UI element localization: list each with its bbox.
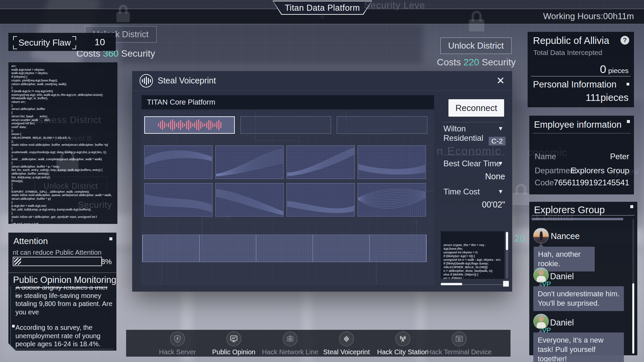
attention-panel: Attention nt can reduce Public Attention… [8,233,116,351]
platform-title-badge: Titan Data Platform [268,1,376,15]
game-screen: Unlock District Titan Data Platform Work… [0,0,644,362]
network-device-icon [283,331,298,346]
time-cost-value: 00'02" [443,200,505,209]
employee-row-value: 76561199192145541 [554,178,629,187]
employee-row-value: Explorers Group [571,166,629,175]
personal-info-value: 111pieces [586,92,629,103]
attention-title: Attention [13,236,48,246]
voiceprint-icon [339,331,354,346]
personal-info-label: Personal Information [533,79,616,90]
voiceprint-workspace [142,111,434,285]
security-flaw-panel: Security Flaw 10 [8,33,116,51]
code-scrollbar-thumb[interactable] [506,232,508,250]
voiceprint-slot-3[interactable] [337,116,427,134]
best-clear-time-dropdown[interactable]: Best Clear Time [443,159,501,168]
radio-tower-icon [395,331,410,346]
toolbar-hack-terminal-device[interactable]: Hack Terminal Device [431,330,487,357]
divider [533,133,631,133]
attention-percent: 8% [101,257,112,266]
code-hscrollbar-thumb[interactable] [441,283,462,285]
unlock-district-button-right[interactable]: Unlock District [440,38,512,54]
shield-bolt-icon [170,331,185,346]
platform-header-bar: TITAN Core Platform [142,95,434,109]
action-toolbar: Hack Server Public Opinion Hack Network … [126,330,511,357]
district-dropdown[interactable]: WiltonResidential [443,124,483,143]
resize-handle [503,281,509,287]
modal-header: Steal Voiceprint ✕ [132,71,512,91]
chevron-down-icon[interactable]: ▼ [498,125,503,132]
live-code-text: struct crypto_tfm * tfm = req - &gt;base… [443,243,502,279]
toolbar-hack-network-line[interactable]: Hack Network Line [262,330,318,357]
avatar [533,228,549,243]
attention-description: nt can reduce Public Attention [13,249,102,256]
chat-sender-name: Daniel [550,318,574,327]
republic-stats-panel: Republic of Allivia ? Total Data Interce… [528,32,634,107]
voiceprint-slot-1[interactable] [144,116,235,134]
employee-row-label: Code [535,178,554,187]
chevron-down-icon[interactable]: ▼ [498,188,503,195]
employee-info-panel: Employee information Name Peter Departme… [529,116,634,194]
wave-sample-6[interactable] [215,183,284,217]
wave-sample-4[interactable] [358,145,426,179]
divider [8,273,116,273]
voiceprint-slot-2[interactable] [240,116,331,134]
divider [443,155,505,155]
news-bullet [12,325,15,327]
analysis-strip [142,235,427,262]
chat-message: Don't underestimate him. You'll be surpr… [533,286,624,311]
live-code-panel: struct crypto_tfm * tfm = req - &gt;base… [441,231,504,279]
wave-sample-5[interactable] [144,183,213,217]
voiceprint-waveform [158,117,221,133]
intrusion-code-panel: err; walk-&gt;total = nbytes; walk-&gt;n… [8,62,117,224]
close-icon[interactable]: ✕ [496,74,505,87]
news-list: A doctor angrily rebukes a thief is: ste… [10,286,114,349]
divider [443,122,505,122]
data-intercepted-label: Total Data Intercepted [533,49,602,57]
security-flaw-value: 10 [95,37,105,48]
chevron-down-icon[interactable]: ▼ [498,160,503,167]
news-item: According to a survey, the unemployment … [15,323,114,349]
reconnect-button[interactable]: Reconnect [448,99,504,117]
toolbar-hack-city-station[interactable]: Hack City Station [375,330,431,357]
panel-corner-marker [109,237,112,240]
wave-sample-8[interactable] [358,183,426,217]
steal-voiceprint-modal: Steal Voiceprint ✕ TITAN Core Platform [132,71,512,292]
chat-scrollbar-thumb[interactable] [632,283,634,354]
attention-progress-bar [13,257,102,266]
time-cost-dropdown[interactable]: Time Cost [443,187,480,196]
wave-sample-7[interactable] [286,183,355,217]
badge-notch [319,15,326,19]
toolbar-public-opinion[interactable]: Public Opinion [206,330,262,357]
panel-corner-marker [627,83,629,85]
wave-sample-3[interactable] [286,145,355,179]
wave-sample-2[interactable] [215,145,284,179]
monitor-chart-icon [226,331,241,346]
voiceprint-slots [144,116,427,134]
wave-sample-grid [144,145,426,217]
panel-corner-marker [630,205,633,208]
cost-value: 220 [464,57,479,67]
group-chat-panel: Explorers Group Nancee Hah, another rook… [529,202,637,355]
employee-row-label: Name [535,152,556,161]
chat-message: Everyone, it's a new task! Pull yourself… [533,333,624,362]
chat-sender-name: Nancee [551,231,580,241]
intrusion-code-text: err; walk-&gt;total = nbytes; walk-&gt;n… [11,64,115,224]
browser-gear-icon [452,331,467,346]
help-icon[interactable]: ? [621,36,629,45]
divider [532,215,635,216]
employee-row-value: Peter [610,152,629,161]
chat-scroll-track-top [532,218,623,220]
district-code-badge: C-2 [489,137,505,145]
working-hours: Working Hours:00h11m [543,11,634,21]
chat-sender-name: Daniel [550,272,574,281]
toolbar-steal-voiceprint[interactable]: Steal Voiceprint [318,330,375,357]
modal-title: Steal Voiceprint [158,76,216,85]
region-title: Republic of Allivia [533,35,609,46]
data-intercepted-value: 0 pieces [600,63,629,76]
wave-sample-1[interactable] [144,145,213,179]
panel-corner-marker [627,120,630,123]
best-clear-time-value: None [443,172,505,181]
employee-info-title: Employee information [534,120,622,130]
toolbar-hack-server[interactable]: Hack Server [149,330,206,357]
voiceprint-icon [140,74,153,87]
